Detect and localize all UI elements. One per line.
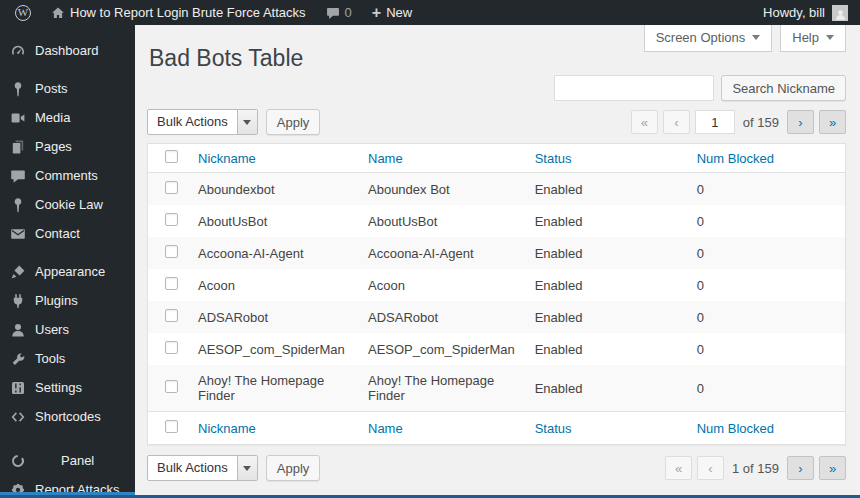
screen-options-tab[interactable]: Screen Options [644, 25, 773, 52]
table-row: Acoon Acoon Enabled 0 [148, 269, 846, 301]
column-header-name[interactable]: Name [358, 144, 525, 173]
comment-bubble-icon [9, 168, 26, 184]
cell-status: Enabled [525, 301, 687, 333]
cell-name: Accoona-AI-Agent [358, 237, 525, 269]
apply-button[interactable]: Apply [266, 109, 321, 135]
swirl-ring-icon [9, 453, 26, 469]
pages-icon [9, 139, 26, 155]
row-checkbox[interactable] [165, 309, 178, 322]
table-footer-header-row: Nickname Name Status Num Blocked [148, 412, 846, 445]
column-header-status[interactable]: Status [525, 144, 687, 173]
table-row: Aboundexbot Aboundex Bot Enabled 0 [148, 173, 846, 206]
sidebar-item-users[interactable]: Users [0, 315, 135, 344]
sidebar-item-shortcodes[interactable]: Shortcodes [0, 402, 135, 431]
table-row: Accoona-AI-Agent Accoona-AI-Agent Enable… [148, 237, 846, 269]
row-checkbox[interactable] [165, 277, 178, 290]
cell-num-blocked: 0 [687, 269, 846, 301]
row-checkbox[interactable] [165, 245, 178, 258]
pagination-bottom: « ‹ 1 of 159 › » [665, 456, 846, 480]
cell-status: Enabled [525, 365, 687, 412]
new-content-button[interactable]: + New [365, 0, 419, 25]
select-arrow-icon [237, 110, 257, 134]
row-checkbox[interactable] [165, 213, 178, 226]
row-checkbox[interactable] [165, 181, 178, 194]
user-avatar[interactable] [832, 5, 848, 21]
sidebar-item-settings[interactable]: Settings [0, 373, 135, 402]
sidebar-item-cookie-law[interactable]: Cookie Law [0, 190, 135, 219]
next-page-button[interactable]: › [787, 110, 814, 134]
prev-page-button: ‹ [663, 110, 690, 134]
select-all-checkbox[interactable] [165, 150, 178, 163]
comments-shortcut[interactable]: 0 [319, 0, 359, 25]
settings-sliders-icon [9, 380, 26, 396]
chevron-down-icon [752, 35, 760, 44]
cell-nickname: AESOP_com_SpiderMan [188, 333, 358, 365]
cell-name: ADSARobot [358, 301, 525, 333]
cell-status: Enabled [525, 333, 687, 365]
sidebar-item-posts[interactable]: Posts [0, 74, 135, 103]
table-row: AboutUsBot AboutUsBot Enabled 0 [148, 205, 846, 237]
next-page-button[interactable]: › [787, 456, 814, 480]
home-icon [51, 6, 65, 20]
column-footer-name[interactable]: Name [358, 412, 525, 445]
first-page-button: « [665, 456, 692, 480]
cell-name: AboutUsBot [358, 205, 525, 237]
plus-icon: + [372, 6, 381, 20]
cell-nickname: Accoona-AI-Agent [188, 237, 358, 269]
sidebar-item-comments[interactable]: Comments [0, 161, 135, 190]
site-title: How to Report Login Brute Force Attacks [70, 5, 306, 20]
envelope-icon [9, 226, 26, 242]
search-nickname-button[interactable]: Search Nickname [721, 75, 846, 101]
chevron-down-icon [826, 35, 834, 44]
cell-status: Enabled [525, 205, 687, 237]
bulk-actions-select[interactable]: Bulk Actions [147, 109, 258, 135]
current-page-input[interactable] [695, 110, 735, 134]
pushpin-icon [9, 81, 26, 97]
last-page-button[interactable]: » [819, 456, 846, 480]
wrench-icon [9, 351, 26, 367]
comment-count: 0 [345, 5, 352, 20]
column-footer-num-blocked[interactable]: Num Blocked [687, 412, 846, 445]
cell-num-blocked: 0 [687, 365, 846, 412]
select-all-checkbox[interactable] [165, 420, 178, 433]
prev-page-button: ‹ [697, 456, 724, 480]
comment-bubble-icon [326, 6, 340, 20]
cell-status: Enabled [525, 269, 687, 301]
cell-name: Ahoy! The Homepage Finder [358, 365, 525, 412]
row-checkbox[interactable] [165, 341, 178, 354]
sidebar-item-pages[interactable]: Pages [0, 132, 135, 161]
total-pages-label: of 159 [740, 115, 782, 130]
select-arrow-icon [237, 456, 257, 480]
wordpress-menu-button[interactable]: W [8, 0, 38, 25]
paintbrush-icon [9, 264, 26, 280]
sidebar-item-dashboard[interactable]: Dashboard [0, 36, 135, 65]
sidebar-item-media[interactable]: Media [0, 103, 135, 132]
column-header-nickname[interactable]: Nickname [188, 144, 358, 173]
row-checkbox[interactable] [165, 380, 178, 393]
cell-num-blocked: 0 [687, 205, 846, 237]
apply-button-bottom[interactable]: Apply [266, 455, 321, 481]
column-footer-status[interactable]: Status [525, 412, 687, 445]
site-link[interactable]: How to Report Login Brute Force Attacks [44, 0, 313, 25]
media-camera-icon [9, 110, 26, 126]
sidebar-item-tools[interactable]: Tools [0, 344, 135, 373]
column-footer-nickname[interactable]: Nickname [188, 412, 358, 445]
cell-nickname: Acoon [188, 269, 358, 301]
first-page-button: « [631, 110, 658, 134]
sidebar-item-panel[interactable]: Panel [0, 446, 135, 475]
sidebar-item-plugins[interactable]: Plugins [0, 286, 135, 315]
angle-brackets-icon [9, 409, 26, 425]
sidebar-item-appearance[interactable]: Appearance [0, 257, 135, 286]
new-label: New [386, 5, 412, 20]
sidebar-item-contact[interactable]: Contact [0, 219, 135, 248]
search-input[interactable] [554, 75, 714, 101]
cell-num-blocked: 0 [687, 173, 846, 206]
admin-bar: W How to Report Login Brute Force Attack… [0, 0, 860, 25]
bulk-actions-select-bottom[interactable]: Bulk Actions [147, 455, 258, 481]
howdy-account-link[interactable]: Howdy, bill [763, 5, 825, 20]
cell-num-blocked: 0 [687, 333, 846, 365]
column-header-num-blocked[interactable]: Num Blocked [687, 144, 846, 173]
help-tab[interactable]: Help [780, 25, 846, 52]
table-header-row: Nickname Name Status Num Blocked [148, 144, 846, 173]
last-page-button[interactable]: » [819, 110, 846, 134]
